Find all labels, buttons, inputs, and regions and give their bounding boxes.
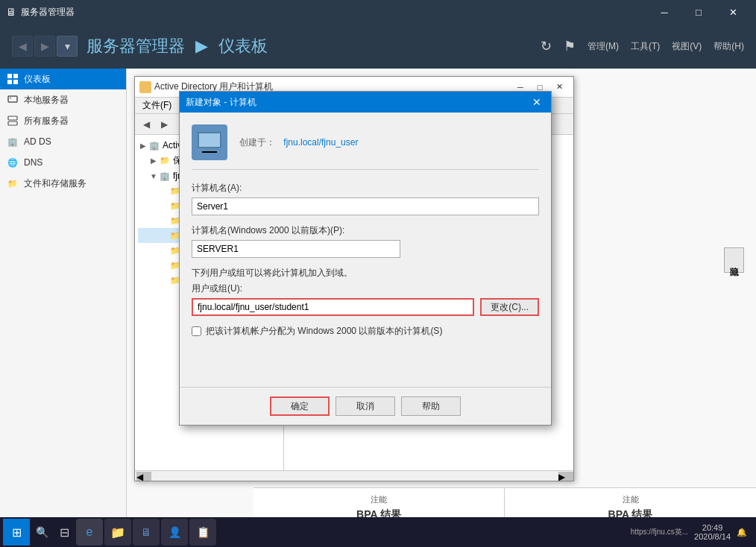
sidebar-item-file-storage[interactable]: 📁 文件和存储服务 — [0, 173, 126, 194]
refresh-icon[interactable]: ↻ — [541, 38, 552, 54]
svg-rect-6 — [8, 116, 17, 120]
manage-menu[interactable]: 管理(M) — [588, 40, 619, 53]
taskbar-folder-button[interactable]: 📁 — [104, 519, 131, 546]
svg-rect-3 — [13, 80, 18, 84]
saved-queries-icon: 📁 — [159, 155, 171, 167]
legacy-checkbox[interactable] — [192, 326, 201, 336]
main-content: 仪表板 本地服务器 所有服务器 🏢 AD DS 🌐 DNS — [0, 69, 756, 547]
taskbar-ie-button[interactable]: e — [76, 519, 103, 546]
local-server-icon — [6, 93, 19, 107]
checkbox-label: 把该计算机帐户分配为 Windows 2000 以前版本的计算机(S) — [206, 325, 442, 338]
dialog-header-text: 创建于： fjnu.local/fjnu_user — [239, 136, 358, 149]
sidebar-label-file-storage: 文件和存储服务 — [24, 177, 86, 190]
user-group-section: 下列用户或组可以将此计算机加入到域。 用户或组(U): 更改(C)... — [192, 267, 539, 316]
sidebar-item-dns[interactable]: 🌐 DNS — [0, 152, 126, 173]
app-title: 服务器管理器 — [21, 6, 75, 19]
tree-domain-icon: 🏢 — [159, 170, 171, 182]
start-button[interactable]: ⊞ — [3, 519, 30, 546]
taskbar: ⊞ 🔍 ⊟ e 📁 🖥 👤 📋 https://fjnu.cs英... 20:4… — [0, 517, 756, 547]
ad-file-menu[interactable]: 文件(F) — [138, 98, 176, 113]
svg-rect-11 — [202, 151, 217, 153]
taskbar-notification[interactable]: 🔔 — [737, 528, 747, 537]
header-title: 服务器管理器 ▶ 仪表板 — [86, 35, 541, 57]
window-controls: ─ □ ✕ — [647, 0, 750, 24]
ad-ds-icon: 🏢 — [6, 135, 19, 148]
taskbar-clock: 20:49 2020/8/14 — [694, 523, 731, 541]
sidebar-item-dashboard[interactable]: 仪表板 — [0, 69, 126, 89]
user-group-section-text: 下列用户或组可以将此计算机加入到域。 — [192, 267, 539, 279]
sidebar-item-all-servers[interactable]: 所有服务器 — [0, 110, 126, 131]
content-area: 欢迎使用服务器管理器 Active Directory 用户和计算机 ─ □ ✕… — [127, 69, 756, 547]
taskbar-notes-button[interactable]: 📋 — [189, 519, 216, 546]
header-label: 创建于： — [239, 137, 275, 148]
legacy-name-input[interactable] — [192, 240, 400, 258]
ad-back-btn[interactable]: ◀ — [138, 116, 154, 133]
ad-scrollbar[interactable]: ◀ ▶ — [135, 470, 573, 481]
sidebar-item-ad-ds[interactable]: 🏢 AD DS — [0, 131, 126, 152]
scroll-right[interactable]: ▶ — [558, 472, 573, 481]
computer-name-label: 计算机名(A): — [192, 182, 539, 195]
user-group-input[interactable] — [192, 298, 474, 316]
svg-rect-9 — [199, 133, 220, 147]
taskbar-servermgr-button[interactable]: 🖥 — [133, 519, 160, 546]
svg-rect-10 — [205, 149, 214, 151]
cancel-button[interactable]: 取消 — [336, 396, 395, 416]
help-menu[interactable]: 帮助(H) — [714, 40, 744, 53]
nav-dropdown-button[interactable]: ▾ — [57, 36, 78, 57]
sidebar: 仪表板 本地服务器 所有服务器 🏢 AD DS 🌐 DNS — [0, 69, 127, 547]
file-storage-icon: 📁 — [6, 177, 19, 190]
computer-name-group: 计算机名(A): — [192, 182, 539, 215]
help-button[interactable]: 帮助 — [401, 396, 461, 416]
confirm-button[interactable]: 确定 — [270, 396, 330, 416]
computer-name-input[interactable] — [192, 197, 539, 215]
bpa-label-1: 注能 — [259, 494, 498, 505]
app-header: ◀ ▶ ▾ 服务器管理器 ▶ 仪表板 ↻ ⚑ 管理(M) 工具(T) 视图(V)… — [0, 24, 756, 69]
nav-forward-button[interactable]: ▶ — [34, 36, 55, 57]
sidebar-label-local-server: 本地服务器 — [24, 94, 69, 107]
dialog-close-button[interactable]: ✕ — [529, 94, 545, 110]
sidebar-label-dns: DNS — [24, 157, 42, 168]
header-actions: ↻ ⚑ 管理(M) 工具(T) 视图(V) 帮助(H) — [541, 38, 744, 54]
tools-menu[interactable]: 工具(T) — [631, 40, 660, 53]
svg-rect-7 — [8, 121, 17, 125]
taskbar-time-display: 20:49 — [694, 523, 731, 532]
ad-forward-btn[interactable]: ▶ — [156, 116, 172, 133]
scroll-track — [151, 472, 558, 481]
checkbox-row: 把该计算机帐户分配为 Windows 2000 以前版本的计算机(S) — [192, 325, 539, 338]
minimize-button[interactable]: ─ — [647, 0, 681, 24]
sidebar-label-ad-ds: AD DS — [24, 136, 51, 147]
dialog-body: 创建于： fjnu.local/fjnu_user 计算机名(A): 计算机名(… — [180, 113, 551, 381]
search-button[interactable]: 🔍 — [31, 520, 52, 544]
dns-icon: 🌐 — [6, 156, 19, 169]
app-title-icon: 🖥 — [6, 6, 16, 18]
new-object-dialog: 新建对象 - 计算机 ✕ — [179, 91, 552, 426]
domain-icon: 🏢 — [148, 139, 160, 151]
dialog-footer: 确定 取消 帮助 — [180, 387, 551, 425]
computer-icon — [192, 124, 227, 160]
sidebar-label-all-servers: 所有服务器 — [24, 115, 69, 127]
taskbar-user-button[interactable]: 👤 — [161, 519, 188, 546]
sidebar-item-local-server[interactable]: 本地服务器 — [0, 89, 126, 110]
hide-panel-button[interactable]: 隐藏 — [724, 247, 744, 273]
ad-close-button[interactable]: ✕ — [549, 79, 569, 95]
spacer — [192, 347, 539, 369]
task-view-button[interactable]: ⊟ — [54, 520, 75, 544]
view-menu[interactable]: 视图(V) — [672, 40, 702, 53]
app-titlebar: 🖥 服务器管理器 ─ □ ✕ — [0, 0, 756, 24]
ad-window-icon — [139, 81, 151, 93]
taskbar-url: https://fjnu.cs英... — [631, 527, 688, 537]
maximize-button[interactable]: □ — [681, 0, 716, 24]
app-window: 🖥 服务器管理器 ─ □ ✕ ◀ ▶ ▾ 服务器管理器 ▶ 仪表板 ↻ ⚑ 管理… — [0, 0, 756, 547]
flag-icon[interactable]: ⚑ — [564, 38, 576, 54]
nav-back-button[interactable]: ◀ — [12, 36, 33, 57]
nav-buttons: ◀ ▶ ▾ — [12, 36, 78, 57]
taskbar-right: https://fjnu.cs英... 20:49 2020/8/14 🔔 — [631, 523, 753, 541]
svg-rect-2 — [7, 80, 12, 84]
close-button[interactable]: ✕ — [716, 0, 750, 24]
bpa-label-2: 注能 — [511, 494, 750, 505]
scroll-left[interactable]: ◀ — [136, 472, 151, 481]
dialog-title: 新建对象 - 计算机 — [186, 96, 256, 109]
svg-rect-0 — [7, 74, 12, 78]
svg-rect-1 — [13, 74, 18, 78]
change-button[interactable]: 更改(C)... — [480, 298, 539, 316]
